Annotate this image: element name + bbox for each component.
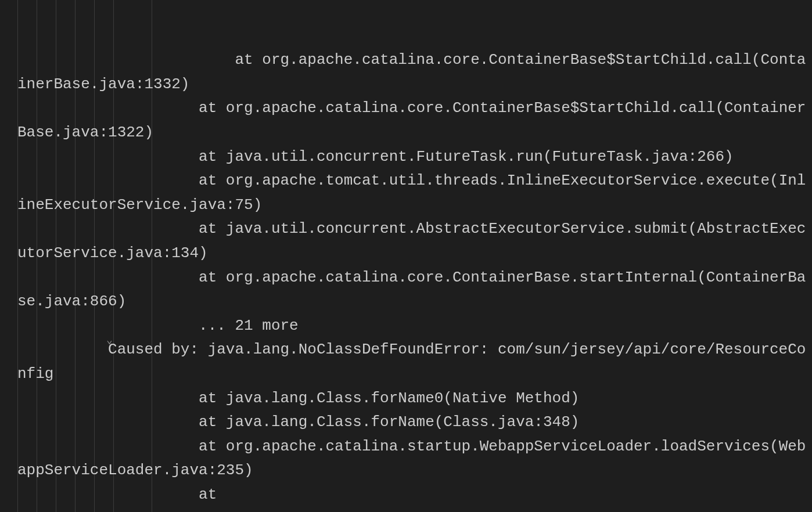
fold-caret-icon[interactable]: ⌄ xyxy=(106,332,113,349)
editor-container: ⌄ at org.apache.catalina.core.ContainerB… xyxy=(0,0,812,512)
stack-trace-text: at org.apache.catalina.core.ContainerBas… xyxy=(17,51,806,503)
editor-gutter xyxy=(0,0,17,512)
code-area[interactable]: ⌄ at org.apache.catalina.core.ContainerB… xyxy=(17,0,812,512)
